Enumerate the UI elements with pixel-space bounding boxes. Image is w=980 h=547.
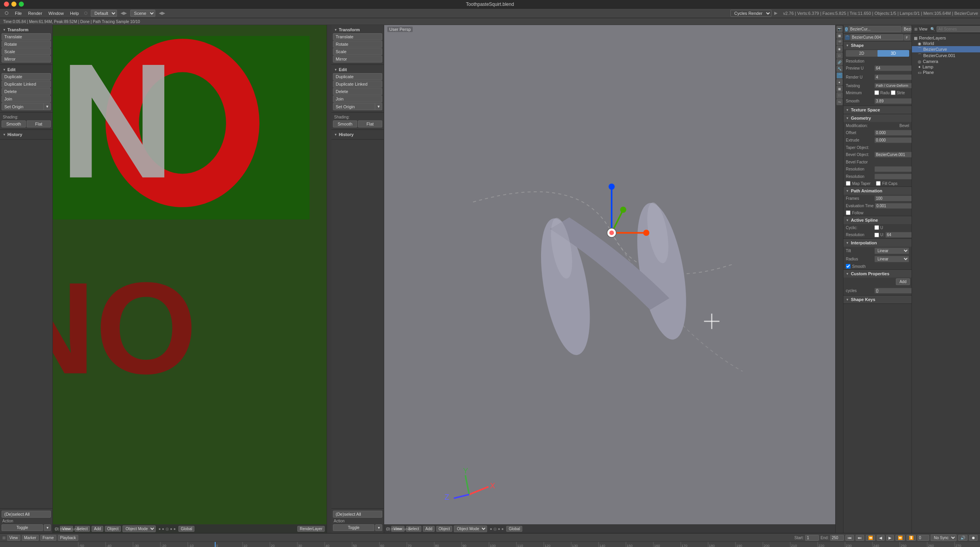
rotate-button[interactable]: Rotate xyxy=(2,41,51,48)
texture-icon[interactable]: ▦ xyxy=(836,86,843,92)
fill-caps-checkbox[interactable] xyxy=(876,181,881,186)
renderlayer-btn[interactable]: RenderLayer xyxy=(297,526,325,532)
rv-mirror-button[interactable]: Mirror xyxy=(333,56,382,63)
2d-toggle-btn[interactable]: 2D xyxy=(846,50,878,57)
texture-space-header[interactable]: Texture Space xyxy=(843,106,912,114)
rv-toggle-button[interactable]: Toggle xyxy=(333,524,374,531)
follow-checkbox[interactable] xyxy=(846,210,851,215)
shape-section-header[interactable]: Shape xyxy=(843,41,912,49)
geometry-section-header[interactable]: Geometry xyxy=(843,114,912,122)
outliner-item-plane[interactable]: ▭ Plane xyxy=(912,70,980,75)
rv-history-header[interactable]: History xyxy=(332,131,383,138)
toggle-button[interactable]: Toggle xyxy=(2,524,43,531)
outliner-item-beziercurve001[interactable]: ⌒ BezierCurve.001 xyxy=(912,52,980,59)
interp-smooth-checkbox[interactable] xyxy=(846,264,851,269)
rv-add-btn[interactable]: Add xyxy=(423,526,435,532)
spline-u-checkbox[interactable] xyxy=(874,233,879,237)
rv-translate-button[interactable]: Translate xyxy=(333,33,382,40)
object-icon[interactable]: □ xyxy=(836,52,843,59)
cyclic-checkbox[interactable] xyxy=(874,225,879,230)
outliner-search[interactable] xyxy=(937,26,980,32)
rv-duplicate-button[interactable]: Duplicate xyxy=(333,73,382,80)
tl-start-input[interactable] xyxy=(805,535,819,541)
rv-set-origin-arrow[interactable]: ▾ xyxy=(375,103,382,110)
deselect-all-button[interactable]: (De)select All xyxy=(2,511,51,518)
rv-smooth-button[interactable]: Smooth xyxy=(333,120,357,127)
history-header[interactable]: History xyxy=(1,131,52,138)
vp-global-btn[interactable]: Global xyxy=(178,526,194,532)
set-origin-arrow[interactable]: ▾ xyxy=(44,103,51,110)
duplicate-linked-button[interactable]: Duplicate Linked xyxy=(2,81,51,88)
world-icon[interactable]: ◉ xyxy=(836,46,843,52)
translate-button[interactable]: Translate xyxy=(2,33,51,40)
toggle-arrow[interactable]: ▾ xyxy=(44,524,51,531)
edit-header[interactable]: Edit xyxy=(1,66,52,73)
add-custom-prop-btn[interactable]: Add xyxy=(896,278,910,285)
tl-view-btn[interactable]: View xyxy=(7,535,20,541)
rv-deselect-all-button[interactable]: (De)select All xyxy=(333,511,382,518)
viewport-divider[interactable] xyxy=(327,25,331,533)
engine-selector[interactable]: Cycles Render xyxy=(730,10,771,17)
tl-play-fwd[interactable]: ▶ xyxy=(886,535,894,541)
rv-join-button[interactable]: Join xyxy=(333,95,382,102)
window-controls[interactable] xyxy=(4,2,24,7)
frames-input[interactable] xyxy=(874,195,912,201)
tl-step-fwd[interactable]: ⏩ xyxy=(895,535,905,541)
scene-icon[interactable]: 🎬 xyxy=(836,39,843,45)
menu-file[interactable]: File xyxy=(12,10,25,16)
tl-end-input[interactable] xyxy=(830,535,844,541)
twisting-input[interactable] xyxy=(874,83,912,88)
rv-scale-button[interactable]: Scale xyxy=(333,48,382,55)
tl-sync-select[interactable]: No Sync xyxy=(931,534,957,541)
mirror-button[interactable]: Mirror xyxy=(2,56,51,63)
menu-help[interactable]: Help xyxy=(67,10,82,16)
particles-icon[interactable]: ∷ xyxy=(836,92,843,99)
maximize-button[interactable] xyxy=(19,2,24,7)
cycles-input[interactable] xyxy=(874,288,912,294)
render-u-input[interactable] xyxy=(874,74,912,80)
res2-input[interactable] xyxy=(874,166,912,172)
bevel-obj-input[interactable] xyxy=(874,152,912,158)
radu-checkbox[interactable] xyxy=(874,90,879,95)
rv-set-origin-button[interactable]: Set Origin xyxy=(333,103,375,110)
tilt-select[interactable]: Linear xyxy=(874,247,909,254)
tl-prev-key[interactable]: ⏮ xyxy=(845,535,854,541)
tl-next-key[interactable]: ⏭ xyxy=(856,535,864,541)
preview-u-input[interactable] xyxy=(874,65,912,71)
interpolation-header[interactable]: Interpolation xyxy=(843,239,912,247)
delete-button[interactable]: Delete xyxy=(2,88,51,95)
data-icon[interactable]: ⌒ xyxy=(836,72,843,79)
minimize-button[interactable] xyxy=(11,2,16,7)
tl-play-back[interactable]: ◀ xyxy=(877,535,885,541)
rv-mode-select[interactable]: Object Mode xyxy=(454,525,487,532)
eval-time-input[interactable] xyxy=(875,203,912,209)
res3-input[interactable] xyxy=(874,174,912,179)
custom-props-header[interactable]: Custom Properties xyxy=(843,270,912,278)
tl-playback-btn[interactable]: Playback xyxy=(58,535,79,541)
rv-toggle-arrow[interactable]: ▾ xyxy=(375,524,382,531)
flat-button[interactable]: Flat xyxy=(27,120,51,127)
rv-rotate-button[interactable]: Rotate xyxy=(333,41,382,48)
rv-duplicate-linked-button[interactable]: Duplicate Linked xyxy=(333,81,382,88)
join-button[interactable]: Join xyxy=(2,95,51,102)
outliner-item-world[interactable]: ◉ World xyxy=(912,41,980,46)
object-name-input[interactable] xyxy=(849,26,901,32)
vp-object-btn[interactable]: Object xyxy=(105,526,121,532)
tl-end-btn[interactable]: ⏬ xyxy=(906,535,916,541)
constraints-icon[interactable]: 🔗 xyxy=(836,59,843,65)
rv-delete-button[interactable]: Delete xyxy=(333,88,382,95)
render-icon[interactable]: 📷 xyxy=(836,26,843,32)
scene-selector[interactable]: Scene xyxy=(130,10,155,17)
scale-button[interactable]: Scale xyxy=(2,48,51,55)
3d-toggle-btn[interactable]: 3D xyxy=(878,50,909,57)
vp-mode-select[interactable]: Object Mode xyxy=(122,525,156,532)
close-button[interactable] xyxy=(4,2,9,7)
map-taper-checkbox[interactable] xyxy=(846,181,851,186)
rv-edit-header[interactable]: Edit xyxy=(332,66,383,73)
material-icon[interactable]: ● xyxy=(836,79,843,85)
path-animation-header[interactable]: Path Animation xyxy=(843,187,912,195)
3d-view[interactable]: User Persp xyxy=(384,25,835,533)
offset-input[interactable] xyxy=(874,130,912,136)
render-view[interactable]: NO ⬡ View Select Add Object Object Mode … xyxy=(53,25,327,533)
smooth-value-input[interactable] xyxy=(874,98,912,104)
